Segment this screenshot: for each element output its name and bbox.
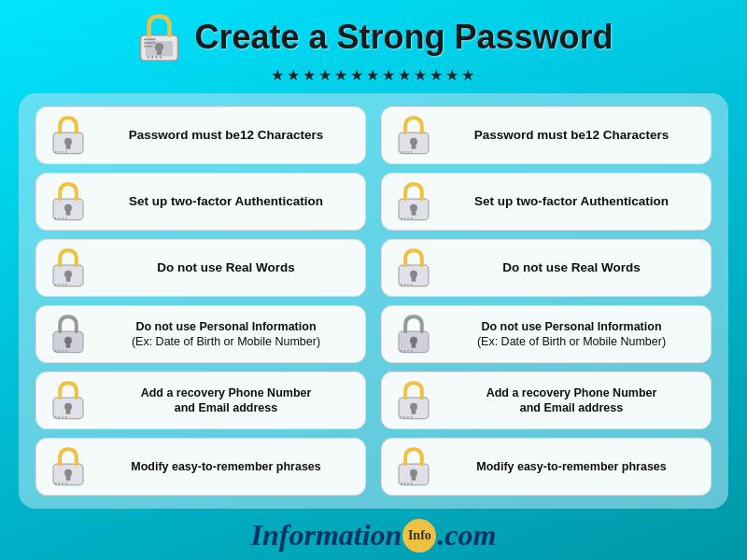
card-left-2: * * * * Set up two-factor Authentication [35,173,366,231]
header: * * * * Create a Strong Password [134,11,613,63]
page-title: Create a Strong Password [194,18,613,57]
card-text-6-left: Modify easy-to-remember phrases [98,459,354,474]
lock-icon-3r: * * * * [393,247,434,288]
card-text-3-right: Do not use Real Words [444,259,699,276]
lock-icon-2r: * * * * [393,181,434,222]
svg-text:* * * *: * * * * [401,349,414,355]
lock-icon-1: * * * * [48,115,89,156]
card-right-5: * * * * Add a recovery Phone Numberand E… [381,371,712,429]
card-left-4: * * * * Do not use Personal Information(… [35,305,366,363]
svg-rect-5 [144,42,156,44]
svg-rect-50 [66,474,71,480]
card-text-5-right: Add a recovery Phone Numberand Email add… [444,385,699,416]
svg-rect-22 [412,209,416,215]
lock-icon-6: * * * * [48,446,89,487]
lock-icon-1r: * * * * [393,115,434,156]
card-right-6: * * * * Modify easy-to-remember phrases [381,438,712,496]
svg-rect-14 [412,143,416,148]
svg-rect-42 [66,408,71,413]
svg-text:* * * *: * * * * [55,415,68,421]
card-text-6-right: Modify easy-to-remember phrases [444,459,699,474]
svg-text:* * * *: * * * * [401,217,414,222]
cards-container: * * * * Password must be12 Characters * … [19,93,728,509]
lock-icon-6r: * * * * [393,446,434,487]
card-right-4: * * * * Do not use Personal Information(… [381,305,712,363]
footer-text-before: Information [251,518,402,553]
svg-rect-54 [412,474,416,480]
card-left-6: * * * * Modify easy-to-remember phrases [35,438,366,496]
svg-text:* * * *: * * * * [55,283,68,288]
footer-text-after: .com [437,518,496,553]
svg-text:* * * *: * * * * [401,482,414,487]
svg-text:* * * *: * * * * [55,150,68,156]
lock-icon-4r: * * * * [393,314,434,355]
card-right-3: * * * * Do not use Real Words [381,239,712,297]
card-text-3-left: Do not use Real Words [98,259,354,276]
svg-text:* * * *: * * * * [401,150,414,156]
lock-icon-3: * * * * [48,247,89,288]
svg-rect-26 [66,275,71,281]
svg-rect-18 [66,209,71,215]
footer-circle: Info [402,519,436,553]
card-left-3: * * * * Do not use Real Words [35,239,366,297]
card-text-4-right: Do not use Personal Information(Ex: Date… [444,319,699,350]
svg-rect-3 [157,49,162,54]
svg-rect-34 [66,342,71,347]
card-right-1: * * * * Password must be12 Characters [381,106,712,164]
card-left-1: * * * * Password must be12 Characters [35,106,366,164]
svg-text:* * * *: * * * * [55,482,68,487]
lock-icon-4: * * * * [48,314,89,355]
svg-text:* * * *: * * * * [55,349,68,355]
svg-text:* * * *: * * * * [148,55,162,62]
lock-icon-5: * * * * [48,380,89,421]
page: * * * * Create a Strong Password ★★★★★★★… [0,0,747,560]
card-text-2-left: Set up two-factor Authentication [98,193,354,210]
lock-icon-5r: * * * * [393,380,434,421]
card-text-4-left: Do not use Personal Information(Ex: Date… [98,319,354,350]
svg-text:* * * *: * * * * [401,415,414,421]
svg-rect-4 [144,38,156,40]
stars-decoration: ★★★★★★★★★★★★★ [271,66,477,84]
svg-rect-46 [412,408,416,413]
footer: InformationInfo.com [251,518,497,553]
lock-icon-2: * * * * [48,181,89,222]
svg-rect-6 [144,46,152,48]
svg-text:* * * *: * * * * [401,283,414,288]
card-text-5-left: Add a recovery Phone Numberand Email add… [98,385,354,416]
svg-rect-30 [412,275,416,281]
svg-text:* * * *: * * * * [55,217,68,222]
svg-rect-10 [66,143,71,148]
card-text-1-left: Password must be12 Characters [98,127,354,144]
card-right-2: * * * * Set up two-factor Authentication [381,173,712,231]
large-lock-icon: * * * * [134,11,185,63]
card-left-5: * * * * Add a recovery Phone Numberand E… [35,371,366,429]
card-text-1-right: Password must be12 Characters [444,127,699,144]
card-text-2-right: Set up two-factor Authentication [444,193,699,210]
svg-rect-38 [412,342,416,347]
